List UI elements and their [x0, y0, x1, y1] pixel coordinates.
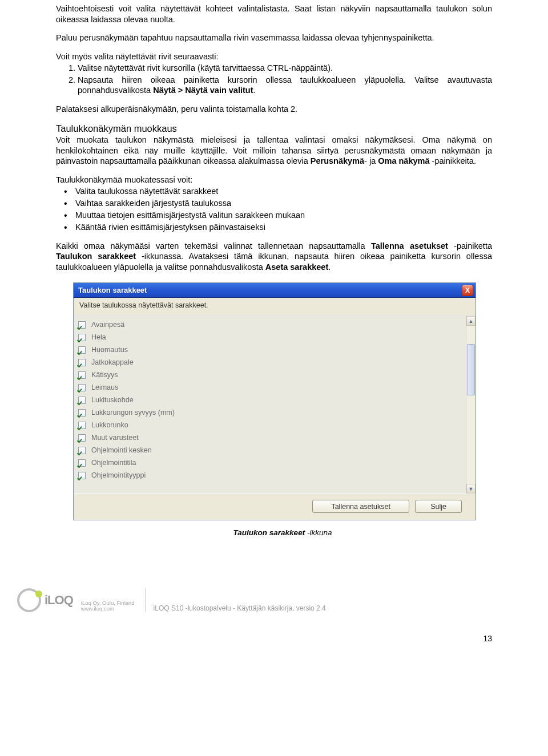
paragraph: Paluu perusnäkymään tapahtuu napsauttama…: [56, 33, 492, 43]
checkbox[interactable]: [78, 321, 86, 329]
paragraph: Voit myös valita näytettävät rivit seura…: [56, 51, 492, 62]
bullet-list: Valita taulukossa näytettävät sarakkeet …: [56, 186, 492, 232]
list-item: Vaihtaa sarakkeiden järjestystä taulukos…: [68, 198, 492, 209]
dialog-instruction: Valitse taulukossa näytettävät sarakkeet…: [74, 298, 476, 316]
checkbox-label: Kätisyys: [91, 371, 118, 379]
list-item: Valita taulukossa näytettävät sarakkeet: [68, 186, 492, 197]
list-item: Napsauta hiiren oikeaa painiketta kursor…: [78, 75, 492, 96]
checkbox[interactable]: [78, 359, 86, 366]
checkbox[interactable]: [78, 422, 86, 429]
checkbox[interactable]: [78, 371, 86, 379]
checkbox-label: Lukkorunko: [91, 421, 128, 429]
page-footer: iLOQ iLoq Oy, Oulu, Finland www.iloq.com…: [0, 588, 548, 618]
ordered-list: Valitse näytettävät rivit kursorilla (kä…: [56, 63, 492, 96]
save-settings-button[interactable]: Tallenna asetukset: [312, 500, 409, 513]
logo: iLOQ: [17, 588, 73, 612]
checkbox-label: Huomautus: [91, 346, 128, 354]
checkbox-label: Ohjelmointi kesken: [91, 446, 152, 454]
checkbox-label: Avainpesä: [91, 321, 124, 329]
checkbox-label: Jatkokappale: [91, 358, 134, 366]
dialog-titlebar[interactable]: Taulukon sarakkeet X: [74, 283, 476, 298]
paragraph: Taulukkonäkymää muokatessasi voit:: [56, 175, 492, 185]
list-item: Valitse näytettävät rivit kursorilla (kä…: [78, 63, 492, 74]
checkbox[interactable]: [78, 434, 86, 442]
checkbox-row[interactable]: Jatkokappale: [78, 356, 476, 369]
checkbox[interactable]: [78, 459, 86, 467]
scrollbar[interactable]: ▲ ▼: [466, 316, 476, 494]
close-dialog-button[interactable]: Sulje: [415, 500, 462, 513]
checkbox-label: Leimaus: [91, 383, 118, 391]
checkbox[interactable]: [78, 334, 86, 341]
scroll-up-icon[interactable]: ▲: [466, 316, 476, 326]
checkbox-label: Lukituskohde: [91, 396, 134, 404]
checkbox[interactable]: [78, 384, 86, 391]
paragraph: Voit muokata taulukon näkymästä mieleise…: [56, 135, 492, 167]
document-title: iLOQ S10 -lukostopalvelu - Käyttäjän käs…: [154, 604, 326, 612]
dialog-title: Taulukon sarakkeet: [78, 286, 462, 294]
list-item: Kääntää rivien esittämisjärjestyksen päi…: [68, 222, 492, 233]
logo-icon: [17, 588, 41, 612]
checkbox-list: AvainpesäHelaHuomautusJatkokappaleKätisy…: [74, 316, 476, 494]
checkbox-label: Hela: [91, 333, 106, 341]
paragraph: Vaihtoehtoisesti voit valita näytettävät…: [56, 3, 492, 25]
checkbox[interactable]: [78, 346, 86, 354]
page-number: 13: [0, 618, 548, 643]
checkbox-row[interactable]: Hela: [78, 331, 476, 343]
checkbox-row[interactable]: Ohjelmointitila: [78, 456, 476, 469]
paragraph: Kaikki omaa näkymääsi varten tekemäsi va…: [56, 241, 492, 273]
checkbox-row[interactable]: Huomautus: [78, 343, 476, 356]
checkbox-row[interactable]: Kätisyys: [78, 369, 476, 381]
checkbox-row[interactable]: Leimaus: [78, 381, 476, 394]
checkbox[interactable]: [78, 447, 86, 454]
paragraph: Palataksesi alkuperäisnäkymään, peru val…: [56, 104, 492, 115]
checkbox[interactable]: [78, 472, 86, 479]
section-heading: Taulukkonäkymän muokkaus: [56, 123, 492, 135]
checkbox-row[interactable]: Lukituskohde: [78, 394, 476, 406]
checkbox-row[interactable]: Ohjelmointi kesken: [78, 444, 476, 456]
checkbox-row[interactable]: Lukkorunko: [78, 419, 476, 431]
checkbox-label: Ohjelmointityyppi: [91, 471, 146, 479]
checkbox-label: Muut varusteet: [91, 434, 139, 442]
close-button[interactable]: X: [462, 285, 473, 296]
scroll-down-icon[interactable]: ▼: [466, 484, 476, 494]
checkbox[interactable]: [78, 397, 86, 404]
list-item: Muuttaa tietojen esittämisjärjestystä va…: [68, 210, 492, 221]
checkbox-label: Ohjelmointitila: [91, 459, 136, 467]
close-icon: X: [465, 286, 470, 294]
logo-text: iLOQ: [45, 593, 73, 608]
company-info: iLoq Oy, Oulu, Finland www.iloq.com: [81, 600, 135, 613]
checkbox[interactable]: [78, 409, 86, 417]
dialog-window: Taulukon sarakkeet X Valitse taulukossa …: [73, 282, 476, 520]
scroll-thumb[interactable]: [467, 344, 475, 395]
checkbox-row[interactable]: Ohjelmointityyppi: [78, 469, 476, 482]
checkbox-label: Lukkorungon syvyys (mm): [91, 409, 175, 417]
checkbox-row[interactable]: Avainpesä: [78, 318, 476, 331]
checkbox-row[interactable]: Lukkorungon syvyys (mm): [78, 406, 476, 419]
dialog-button-bar: Tallenna asetukset Sulje: [74, 494, 476, 520]
figure-caption: Taulukon sarakkeet -ikkuna: [73, 528, 492, 537]
checkbox-row[interactable]: Muut varusteet: [78, 431, 476, 444]
